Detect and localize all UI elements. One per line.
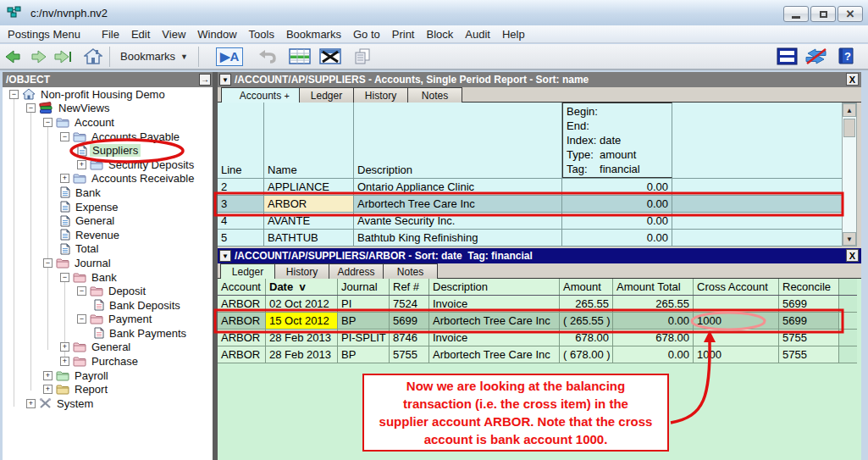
collapse-icon[interactable]: − <box>43 118 53 127</box>
menu-go-to[interactable]: Go to <box>347 28 386 41</box>
panel-close-button[interactable]: X <box>846 249 859 262</box>
cell[interactable]: 5755 <box>390 346 429 363</box>
cell[interactable] <box>694 330 779 346</box>
tab-ledger[interactable]: Ledger <box>299 87 354 103</box>
cell[interactable]: Arbortech Tree Care Inc <box>354 196 562 212</box>
tree-item-revenue[interactable]: Revenue <box>3 228 213 242</box>
cell[interactable]: BATHTUB <box>264 230 354 246</box>
supplier-row-appliance[interactable]: 2APPLIANCEOntario Appliance Clinic0.00 <box>218 179 842 196</box>
unlink-windows-button[interactable] <box>804 46 827 68</box>
column-header-reconcile[interactable]: Reconcile <box>779 279 839 295</box>
collapse-icon[interactable]: − <box>43 258 53 268</box>
tab-notes[interactable]: Notes <box>407 87 462 103</box>
cell[interactable]: PI-SPLIT <box>338 330 390 346</box>
expand-icon[interactable]: + <box>26 399 36 408</box>
expand-icon[interactable]: + <box>43 385 53 394</box>
tree-item-payroll[interactable]: +Payroll <box>3 369 213 383</box>
supplier-row-bathtub[interactable]: 5BATHTUBBathtub King Refinishing0.00 <box>218 230 842 247</box>
tab-history[interactable]: History <box>274 263 329 279</box>
supplier-row-avante[interactable]: 4AVANTEAvante Security Inc.0.00 <box>218 213 842 230</box>
expand-icon[interactable]: + <box>60 174 69 183</box>
cell[interactable]: 265.55 <box>560 296 613 312</box>
collapse-icon[interactable]: − <box>77 314 86 324</box>
cell[interactable]: 5699 <box>390 313 429 329</box>
tab-address[interactable]: Address <box>329 263 384 279</box>
tree-item-security-deposits[interactable]: +Security Deposits <box>3 158 213 172</box>
ledger-row-bp-5699[interactable]: ARBOR15 Oct 2012BP5699Arbortech Tree Car… <box>218 313 857 330</box>
tree-item-bank-payments[interactable]: Bank Payments <box>3 326 213 341</box>
help-button[interactable]: ? <box>834 46 856 68</box>
tree-item-general[interactable]: General <box>3 213 213 228</box>
back-button[interactable] <box>3 46 25 68</box>
panel-dropdown-button[interactable]: ▼ <box>219 74 231 86</box>
tab-notes[interactable]: Notes <box>383 263 438 279</box>
cell[interactable]: Invoice <box>429 296 560 312</box>
cell[interactable]: ARBOR <box>264 196 354 212</box>
tree-item-system[interactable]: +System <box>3 396 213 411</box>
tree-item-accounts-payable[interactable]: −Accounts Payable <box>3 130 213 144</box>
panel-close-button[interactable]: X <box>846 73 859 86</box>
cell[interactable]: 0.00 <box>562 213 672 229</box>
cell[interactable]: ( 678.00 ) <box>560 346 613 363</box>
tree-expand-arrow-button[interactable]: → <box>199 74 211 86</box>
cell[interactable]: 1000 <box>694 346 779 363</box>
tree-item-purchase[interactable]: +Purchase <box>3 354 213 369</box>
tab-accounts[interactable]: Accounts+ <box>221 87 300 103</box>
tree-item-journal[interactable]: −Journal <box>3 256 213 270</box>
tree-item-deposit[interactable]: −Deposit <box>3 284 213 298</box>
tree-item-account[interactable]: −Account <box>3 115 213 130</box>
column-header-description[interactable]: Description <box>354 103 562 178</box>
expand-icon[interactable]: + <box>77 160 86 169</box>
cell[interactable]: 02 Oct 2012 <box>266 296 338 312</box>
cell[interactable]: Avante Security Inc. <box>354 213 562 229</box>
column-header-journal[interactable]: Journal <box>338 279 390 295</box>
tree-item-bank-deposits[interactable]: Bank Deposits <box>3 298 213 313</box>
cell[interactable]: 5699 <box>779 313 839 329</box>
tab-ledger[interactable]: Ledger <box>220 263 275 279</box>
bookmarks-dropdown[interactable]: Bookmarks ▼ <box>115 50 193 63</box>
cell[interactable]: 0.00 <box>562 179 672 195</box>
supplier-row-arbor[interactable]: 3ARBORArbortech Tree Care Inc0.00 <box>218 196 842 213</box>
column-header-account[interactable]: Account <box>218 279 266 295</box>
cell[interactable]: 1000 <box>694 313 779 329</box>
cell[interactable]: 8746 <box>390 330 429 346</box>
tree-item-accounts-receivable[interactable]: +Accounts Receivable <box>3 172 213 186</box>
go-to-end-button[interactable] <box>52 46 74 68</box>
cell[interactable]: 678.00 <box>613 330 694 346</box>
cell[interactable]: PI <box>338 296 390 312</box>
cell[interactable]: BP <box>338 346 390 363</box>
column-header-amount-total[interactable]: Amount Total <box>613 279 694 295</box>
cell[interactable]: 28 Feb 2013 <box>266 330 338 346</box>
column-header-ref[interactable]: Ref # <box>390 279 429 295</box>
cell[interactable]: 5755 <box>779 346 839 363</box>
tree-item-payment[interactable]: −Payment <box>3 313 213 327</box>
cell[interactable]: 2 <box>218 179 264 195</box>
cell[interactable]: ARBOR <box>218 313 266 329</box>
cell[interactable]: 15 Oct 2012 <box>266 313 338 329</box>
expand-icon[interactable]: + <box>60 357 69 366</box>
menu-postings-menu[interactable]: Postings Menu <box>2 28 86 41</box>
cell[interactable]: 0.00 <box>562 196 672 212</box>
tree-item-non-profit-housing-demo[interactable]: −Non-profit Housing Demo <box>3 87 213 102</box>
tree-item-total[interactable]: Total <box>3 242 213 257</box>
cell[interactable]: Ontario Appliance Clinic <box>354 179 562 195</box>
cell[interactable] <box>839 313 857 329</box>
cell[interactable]: 0.00 <box>562 230 672 246</box>
menu-view[interactable]: View <box>156 28 191 41</box>
tree-item-report[interactable]: +Report <box>3 382 213 396</box>
scrollbar-thumb[interactable] <box>843 119 855 137</box>
undo-button[interactable] <box>257 46 279 68</box>
cell[interactable] <box>839 330 857 346</box>
menu-audit[interactable]: Audit <box>459 28 496 41</box>
collapse-icon[interactable]: − <box>77 286 86 296</box>
menu-bookmarks[interactable]: Bookmarks <box>280 28 347 41</box>
ledger-row-bp-5755[interactable]: ARBOR28 Feb 2013BP5755Arbortech Tree Car… <box>218 346 857 363</box>
cell[interactable]: 7524 <box>390 296 429 312</box>
cell[interactable]: 265.55 <box>613 296 694 312</box>
collapse-icon[interactable]: − <box>26 103 36 113</box>
close-button[interactable]: ✕ <box>838 6 863 22</box>
tree-item-newviews[interactable]: −NewViews <box>3 102 213 116</box>
panel-dropdown-button[interactable]: ▼ <box>219 250 231 262</box>
cell[interactable]: 678.00 <box>560 330 613 346</box>
copy-button[interactable] <box>351 46 373 68</box>
